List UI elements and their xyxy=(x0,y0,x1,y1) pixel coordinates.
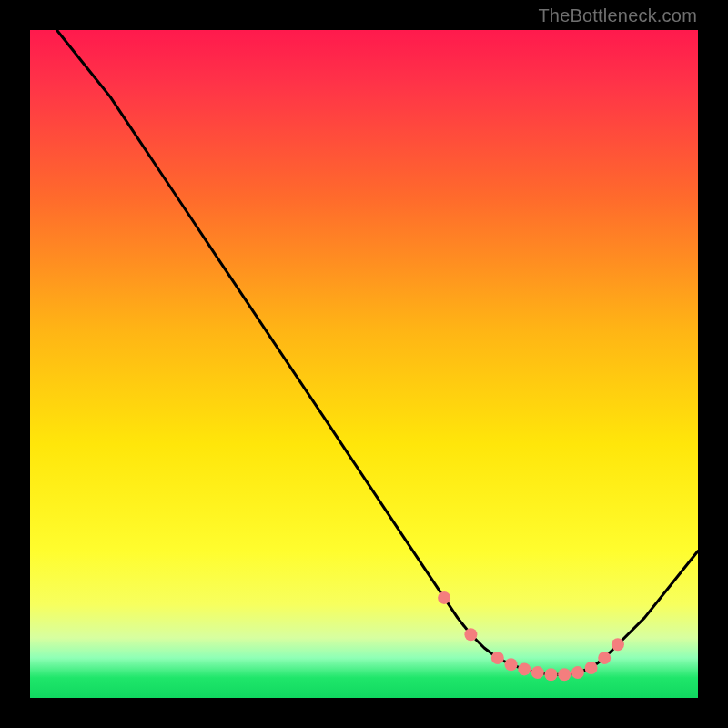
highlight-point xyxy=(491,652,504,664)
chart-frame: TheBottleneck.com xyxy=(0,0,728,728)
highlight-point xyxy=(585,662,598,674)
highlight-point xyxy=(531,666,544,679)
highlight-point xyxy=(505,658,518,671)
chart-svg xyxy=(30,30,698,698)
highlight-point xyxy=(612,638,624,651)
highlight-point xyxy=(545,668,558,681)
watermark-text: TheBottleneck.com xyxy=(538,5,697,26)
highlight-point xyxy=(438,592,450,604)
highlight-point xyxy=(598,652,611,664)
series-curve xyxy=(56,30,698,674)
highlight-point xyxy=(518,662,531,675)
highlight-point xyxy=(571,666,584,679)
highlight-point xyxy=(558,668,571,681)
plot-area xyxy=(30,30,698,698)
highlight-point xyxy=(464,628,477,641)
